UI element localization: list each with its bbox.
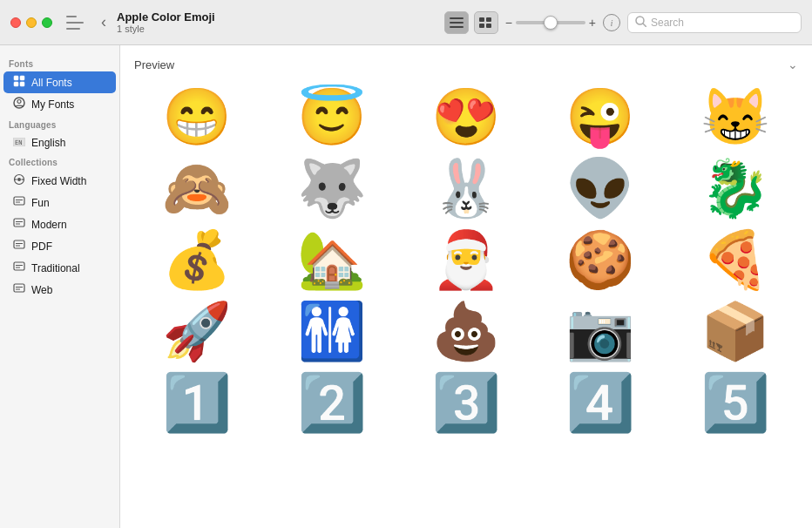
search-icon	[635, 16, 646, 30]
emoji-cell: 🐺	[268, 157, 394, 220]
svg-point-14	[17, 100, 21, 104]
modern-icon	[12, 217, 26, 232]
back-button[interactable]: ‹	[101, 13, 106, 31]
all-fonts-icon	[12, 75, 26, 90]
svg-rect-27	[14, 240, 24, 248]
sidebar-item-my-fonts[interactable]: My Fonts	[3, 93, 116, 115]
emoji-cell: 4️⃣	[538, 371, 663, 434]
fun-icon	[12, 195, 26, 210]
emoji-cell: 🍪	[538, 228, 663, 291]
my-fonts-label: My Fonts	[31, 98, 74, 111]
traditional-icon	[12, 261, 26, 275]
emoji-cell: 2️⃣	[268, 371, 394, 434]
sidebar-item-traditional[interactable]: Traditional	[3, 257, 116, 279]
web-label: Web	[31, 284, 52, 296]
font-subtitle-label: 1 style	[117, 24, 215, 34]
list-view-button[interactable]	[444, 11, 469, 34]
sidebar-item-pdf[interactable]: PDF	[3, 235, 116, 257]
emoji-cell: 🏡	[268, 228, 394, 291]
sidebar-item-all-fonts[interactable]: All Fonts	[3, 71, 116, 93]
view-toggle-group	[444, 11, 498, 34]
emoji-cell: 🚀	[134, 300, 260, 362]
svg-rect-24	[14, 219, 24, 227]
sidebar: Fonts All Fonts My Fonts	[0, 45, 120, 528]
search-box	[627, 12, 802, 33]
english-label: English	[31, 137, 65, 149]
web-icon	[12, 282, 26, 297]
minimize-button[interactable]	[26, 17, 37, 28]
slider-decrease-button[interactable]: −	[505, 16, 512, 30]
english-icon: EN	[12, 136, 26, 149]
emoji-cell: 1️⃣	[134, 371, 260, 434]
fixed-width-label: Fixed Width	[31, 175, 86, 187]
svg-rect-10	[20, 76, 24, 80]
svg-rect-11	[14, 82, 18, 86]
svg-rect-9	[14, 76, 18, 80]
sidebar-item-fun[interactable]: Fun	[3, 192, 116, 213]
emoji-cell: 😸	[673, 85, 798, 148]
my-fonts-icon	[12, 97, 26, 112]
traditional-label: Traditional	[31, 262, 80, 274]
emoji-cell: 😁	[134, 85, 260, 148]
font-name-label: Apple Color Emoji	[117, 10, 215, 24]
pdf-label: PDF	[31, 240, 52, 253]
svg-line-8	[643, 24, 646, 27]
emoji-cell: 🐰	[403, 157, 529, 220]
font-title-group: Apple Color Emoji 1 style	[117, 10, 215, 34]
svg-rect-1	[450, 22, 464, 24]
preview-header: Preview ⌄	[134, 58, 798, 71]
emoji-cell: 3️⃣	[403, 371, 529, 434]
all-fonts-label: All Fonts	[31, 77, 72, 89]
slider-increase-button[interactable]: +	[589, 16, 596, 30]
emoji-cell: 😜	[538, 85, 663, 148]
svg-rect-6	[486, 24, 491, 28]
emoji-cell: 👽	[538, 157, 663, 220]
sidebar-toggle-button[interactable]	[66, 16, 84, 30]
close-button[interactable]	[10, 17, 21, 28]
maximize-button[interactable]	[42, 17, 52, 28]
svg-rect-3	[479, 17, 484, 22]
preview-label: Preview	[134, 58, 174, 71]
info-button[interactable]: i	[603, 14, 620, 31]
grid-view-button[interactable]	[474, 11, 498, 34]
collections-section-label: Collections	[0, 152, 119, 170]
languages-section-label: Languages	[0, 115, 119, 132]
emoji-cell: 📷	[538, 300, 663, 362]
sidebar-item-web[interactable]: Web	[3, 279, 116, 301]
emoji-grid: 😁😇😍😜😸🙈🐺🐰👽🐉💰🏡🎅🍪🍕🚀🚻💩📷📦1️⃣2️⃣3️⃣4️⃣5️⃣	[134, 85, 798, 434]
svg-rect-0	[450, 17, 464, 19]
preview-chevron-icon[interactable]: ⌄	[788, 58, 798, 71]
emoji-cell: 💰	[134, 228, 260, 291]
sidebar-item-english[interactable]: EN English	[3, 132, 116, 152]
fixed-width-icon	[12, 173, 26, 188]
emoji-cell: 🎅	[403, 228, 529, 291]
emoji-cell: 🐉	[673, 157, 798, 220]
search-input[interactable]	[651, 17, 794, 29]
content-area: Preview ⌄ 😁😇😍😜😸🙈🐺🐰👽🐉💰🏡🎅🍪🍕🚀🚻💩📷📦1️⃣2️⃣3️⃣4…	[120, 45, 812, 528]
svg-text:EN: EN	[15, 139, 22, 146]
sidebar-item-fixed-width[interactable]: Fixed Width	[3, 170, 116, 192]
emoji-cell: 📦	[673, 300, 798, 362]
emoji-cell: 🍕	[673, 228, 798, 291]
emoji-cell: 🙈	[134, 157, 260, 220]
main-container: Fonts All Fonts My Fonts	[0, 45, 812, 528]
svg-rect-12	[20, 82, 24, 86]
svg-rect-21	[14, 197, 24, 205]
sidebar-item-modern[interactable]: Modern	[3, 213, 116, 235]
emoji-cell: 💩	[403, 300, 529, 362]
size-slider-group: − +	[505, 16, 596, 30]
fonts-section-label: Fonts	[0, 54, 119, 71]
fun-label: Fun	[31, 197, 50, 209]
svg-rect-5	[479, 24, 484, 28]
emoji-cell: 5️⃣	[673, 371, 798, 434]
svg-rect-4	[486, 17, 491, 22]
traffic-lights	[10, 17, 52, 28]
size-slider[interactable]	[516, 21, 585, 24]
emoji-cell: 🚻	[268, 300, 394, 362]
titlebar: ‹ Apple Color Emoji 1 style − + i	[0, 0, 812, 45]
svg-rect-2	[450, 26, 464, 28]
pdf-icon	[12, 239, 26, 254]
svg-rect-30	[14, 262, 24, 270]
svg-point-18	[17, 178, 21, 181]
emoji-cell: 😇	[268, 85, 394, 148]
